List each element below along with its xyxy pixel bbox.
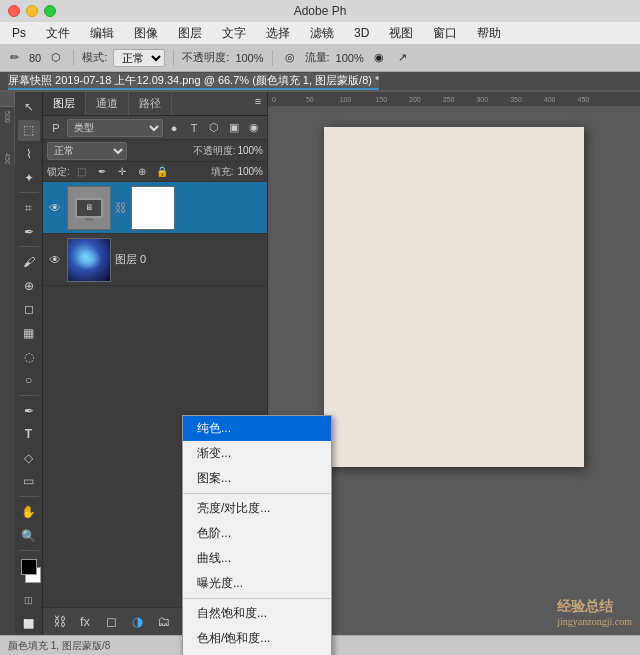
opacity-value[interactable]: 100% <box>237 145 263 156</box>
tool-zoom[interactable]: 🔍 <box>18 525 40 547</box>
tool-path[interactable]: ◇ <box>18 447 40 469</box>
tab-paths[interactable]: 路径 <box>129 92 172 115</box>
blend-mode-select[interactable]: 正常 <box>47 142 127 160</box>
menu-3d[interactable]: 3D <box>350 24 373 42</box>
menu-type[interactable]: 文字 <box>218 23 250 44</box>
tool-hand[interactable]: ✋ <box>18 501 40 523</box>
dropdown-item-gradient[interactable]: 渐变... <box>183 441 331 466</box>
menu-layer[interactable]: 图层 <box>174 23 206 44</box>
mode-select[interactable]: 正常 <box>113 49 165 67</box>
menu-help[interactable]: 帮助 <box>473 23 505 44</box>
filter-type-icon[interactable]: P <box>47 119 65 137</box>
menu-filter[interactable]: 滤镜 <box>306 23 338 44</box>
dropdown-item-brightness[interactable]: 亮度/对比度... <box>183 496 331 521</box>
close-button[interactable] <box>8 5 20 17</box>
add-style-btn[interactable]: fx <box>75 612 95 632</box>
screen-mode-btn[interactable]: ⬜ <box>18 613 40 635</box>
tool-marquee[interactable]: ⬚ <box>18 120 40 142</box>
lock-transparent-btn[interactable]: ⬚ <box>74 164 90 180</box>
tool-shape[interactable]: ▭ <box>18 471 40 493</box>
layer-thumbnail: 🖥 <box>67 186 111 230</box>
filter-icon-1[interactable]: ● <box>165 119 183 137</box>
tabs-spacer <box>172 92 249 115</box>
menu-image[interactable]: 图像 <box>130 23 162 44</box>
ruler-350: 350 <box>510 96 522 103</box>
filter-select[interactable]: 类型 <box>67 119 163 137</box>
lock-artboard-btn[interactable]: ⊕ <box>134 164 150 180</box>
maximize-button[interactable] <box>44 5 56 17</box>
opacity-row: 不透明度: 100% <box>193 144 263 158</box>
active-file-tab[interactable]: 屏幕快照 2019-07-18 上午12.09.34.png @ 66.7% (… <box>8 73 379 90</box>
dropdown-item-curves[interactable]: 曲线... <box>183 546 331 571</box>
tool-separator-2 <box>19 246 39 247</box>
toolbar-separator-3 <box>272 50 273 66</box>
airbrush-icon: ◎ <box>285 51 295 64</box>
brush-preset-icon: ⬡ <box>51 51 61 64</box>
airbrush-toggle[interactable]: ◎ <box>281 49 299 66</box>
brush-size-label: 80 <box>29 52 41 64</box>
layer-row[interactable]: 👁 🖥 ⛓ <box>43 182 267 234</box>
tool-separator-4 <box>19 496 39 497</box>
add-mask-btn[interactable]: ◻ <box>101 612 121 632</box>
ruler-100: 100 <box>340 96 352 103</box>
panel-menu-btn[interactable]: ≡ <box>249 92 267 110</box>
tab-channels[interactable]: 通道 <box>86 92 129 115</box>
layers-tabs: 图层 通道 路径 ≡ <box>43 92 267 116</box>
layer-row[interactable]: 👁 图层 0 <box>43 234 267 286</box>
smoothing-button[interactable]: ◉ <box>370 49 388 66</box>
tool-dodge[interactable]: ○ <box>18 369 40 391</box>
dropdown-item-vibrance[interactable]: 自然饱和度... <box>183 601 331 626</box>
tool-lasso[interactable]: ⌇ <box>18 143 40 165</box>
menu-ps[interactable]: Ps <box>8 24 30 42</box>
tool-crop[interactable]: ⌗ <box>18 197 40 219</box>
tool-magic-wand[interactable]: ✦ <box>18 167 40 189</box>
dropdown-item-levels[interactable]: 色阶... <box>183 521 331 546</box>
dropdown-item-exposure[interactable]: 曝光度... <box>183 571 331 596</box>
tool-separator-5 <box>19 550 39 551</box>
dropdown-item-color-balance[interactable]: 色彩平衡... <box>183 651 331 655</box>
ruler-250: 250 <box>443 96 455 103</box>
tool-blur[interactable]: ◌ <box>18 346 40 368</box>
menu-select[interactable]: 选择 <box>262 23 294 44</box>
tab-layers[interactable]: 图层 <box>43 92 86 115</box>
filter-icon-2[interactable]: T <box>185 119 203 137</box>
menu-view[interactable]: 视图 <box>385 23 417 44</box>
filter-icon-3[interactable]: ⬡ <box>205 119 223 137</box>
tool-brush[interactable]: 🖌 <box>18 251 40 273</box>
minimize-button[interactable] <box>26 5 38 17</box>
tool-gradient[interactable]: ▦ <box>18 322 40 344</box>
new-adjustment-btn[interactable]: ◑ <box>127 612 147 632</box>
dropdown-item-solid-color[interactable]: 纯色... <box>183 416 331 441</box>
brush-preset-button[interactable]: ⬡ <box>47 49 65 66</box>
smoothing-icon: ◉ <box>374 51 384 64</box>
link-layers-btn[interactable]: ⛓ <box>49 612 69 632</box>
lock-position-btn[interactable]: ✛ <box>114 164 130 180</box>
layer-visibility-toggle[interactable]: 👁 <box>47 252 63 268</box>
lock-all-btn[interactable]: 🔒 <box>154 164 170 180</box>
filter-toggle[interactable]: ◉ <box>245 119 263 137</box>
tool-eraser[interactable]: ◻ <box>18 299 40 321</box>
menu-window[interactable]: 窗口 <box>429 23 461 44</box>
layer-visibility-toggle[interactable]: 👁 <box>47 200 63 216</box>
fill-value[interactable]: 100% <box>237 166 263 177</box>
tool-pen[interactable]: ✒ <box>18 400 40 422</box>
tool-brush-button[interactable]: ✏ <box>6 49 23 66</box>
tool-eyedropper[interactable]: ✒ <box>18 221 40 243</box>
angle-button[interactable]: ↗ <box>394 49 411 66</box>
foreground-color[interactable] <box>21 559 37 575</box>
watermark-text: 经验总结 <box>557 598 632 616</box>
filter-icon-4[interactable]: ▣ <box>225 119 243 137</box>
opacity-value: 100% <box>235 52 263 64</box>
tool-stamp[interactable]: ⊕ <box>18 275 40 297</box>
new-group-btn[interactable]: 🗂 <box>153 612 173 632</box>
menu-edit[interactable]: 编辑 <box>86 23 118 44</box>
menu-file[interactable]: 文件 <box>42 23 74 44</box>
layers-filter-row: P 类型 ● T ⬡ ▣ ◉ <box>43 116 267 140</box>
tool-text[interactable]: T <box>18 423 40 445</box>
dropdown-item-pattern[interactable]: 图案... <box>183 466 331 491</box>
quick-mask-btn[interactable]: ◫ <box>18 589 40 611</box>
dropdown-item-hsl[interactable]: 色相/饱和度... <box>183 626 331 651</box>
tool-move[interactable]: ↖ <box>18 96 40 118</box>
watermark: 经验总结 jingyanzongji.com <box>557 598 632 627</box>
lock-paint-btn[interactable]: ✒ <box>94 164 110 180</box>
